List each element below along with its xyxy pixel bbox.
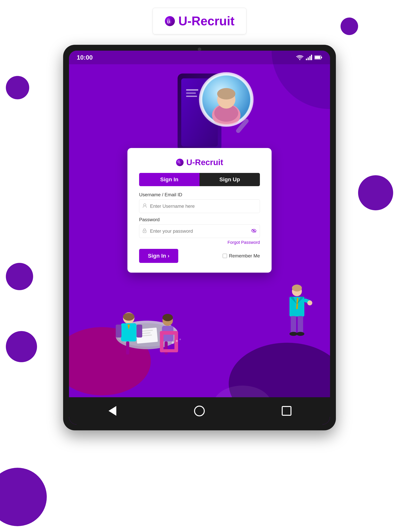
username-input[interactable] <box>139 199 260 213</box>
signin-button[interactable]: Sign In › <box>139 249 178 263</box>
username-field-wrapper <box>139 199 260 213</box>
svg-point-62 <box>179 162 181 164</box>
password-label: Password <box>139 217 260 222</box>
eye-icon[interactable] <box>251 228 256 234</box>
brand-name-top: U-Recruit <box>178 14 234 28</box>
nav-back-button[interactable] <box>107 405 118 417</box>
svg-point-31 <box>307 300 312 305</box>
standing-person-illustration <box>281 284 313 339</box>
person-icon <box>143 203 147 209</box>
deco-circle-left-top <box>6 76 29 99</box>
lock-icon <box>143 228 147 234</box>
tab-signin[interactable]: Sign In <box>139 173 200 186</box>
deco-circle-bottom-corner <box>0 468 47 526</box>
svg-point-25 <box>292 285 302 291</box>
tablet-device: 10:00 <box>63 45 336 430</box>
password-field-wrapper <box>139 224 260 238</box>
svg-point-21 <box>217 88 236 99</box>
username-label: Username / Email ID <box>139 192 260 197</box>
status-bar: 10:00 <box>69 51 330 64</box>
svg-rect-55 <box>160 331 178 335</box>
svg-rect-33 <box>298 316 303 333</box>
svg-rect-38 <box>126 341 129 355</box>
login-card-logo: U-Recruit <box>139 158 260 167</box>
brand-logo-icon: U <box>164 16 175 26</box>
svg-rect-4 <box>306 59 307 60</box>
meeting-scene-illustration <box>96 300 198 362</box>
deco-circle-top-right <box>341 18 358 35</box>
top-logo-container: U U-Recruit <box>153 8 246 34</box>
svg-rect-32 <box>291 316 296 333</box>
svg-rect-49 <box>137 325 142 338</box>
home-icon <box>194 406 205 416</box>
svg-point-51 <box>162 314 173 321</box>
remember-me-row: Remember Me <box>223 253 260 259</box>
svg-point-65 <box>144 231 145 232</box>
nav-recents-button[interactable] <box>281 405 292 417</box>
svg-point-58 <box>176 340 178 342</box>
svg-point-57 <box>172 341 174 344</box>
svg-rect-6 <box>309 56 310 60</box>
svg-text:U: U <box>167 20 170 24</box>
tab-switcher[interactable]: Sign In Sign Up <box>139 173 260 186</box>
battery-icon <box>315 55 322 60</box>
nav-home-button[interactable] <box>194 405 205 417</box>
login-card: U-Recruit Sign In Sign Up Username / Ema… <box>127 148 272 273</box>
svg-rect-9 <box>321 57 322 58</box>
nav-bar <box>69 397 330 424</box>
login-card-brand-name: U-Recruit <box>186 158 223 167</box>
login-bottom-row: Sign In › Remember Me <box>139 249 260 263</box>
remember-me-label: Remember Me <box>229 253 260 259</box>
svg-rect-10 <box>315 56 320 59</box>
login-logo-icon <box>176 158 184 166</box>
magnify-illustration <box>192 68 266 142</box>
svg-rect-39 <box>165 341 168 355</box>
deco-circle-bottom-left <box>6 331 37 362</box>
tab-signup[interactable]: Sign Up <box>200 173 260 186</box>
forgot-password-text[interactable]: Forgot Password <box>228 240 260 245</box>
signal-icon <box>306 55 312 60</box>
svg-rect-48 <box>116 325 121 338</box>
back-icon <box>109 406 116 416</box>
wifi-icon <box>296 55 303 60</box>
svg-point-35 <box>296 332 304 336</box>
svg-rect-5 <box>308 57 309 60</box>
forgot-password-link[interactable]: Forgot Password <box>139 240 260 245</box>
deco-circle-right-mid <box>358 175 393 210</box>
svg-point-45 <box>123 313 135 321</box>
remember-me-checkbox[interactable] <box>223 254 227 258</box>
svg-point-59 <box>180 339 181 340</box>
password-input[interactable] <box>139 224 260 238</box>
status-icons <box>296 55 322 60</box>
status-time: 10:00 <box>77 54 93 61</box>
svg-point-34 <box>290 332 297 336</box>
tablet-screen: 10:00 <box>69 51 330 424</box>
recents-icon <box>282 406 291 416</box>
svg-rect-56 <box>160 349 178 352</box>
svg-rect-7 <box>311 55 312 60</box>
deco-circle-left-bottom <box>6 263 33 290</box>
